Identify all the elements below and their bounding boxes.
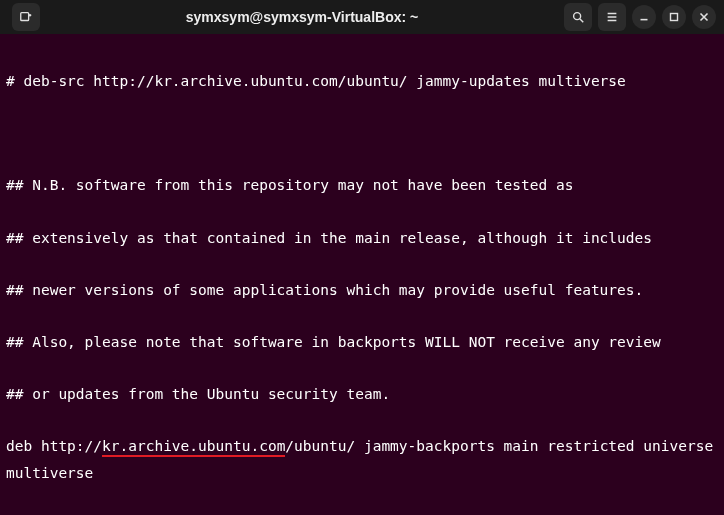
underlined-host: kr.archive.ubuntu.com — [102, 438, 285, 457]
maximize-button[interactable] — [662, 5, 686, 29]
terminal-line: ## or updates from the Ubuntu security t… — [6, 381, 718, 407]
window-title: symxsym@symxsym-VirtualBox: ~ — [40, 9, 564, 25]
terminal-line: ## N.B. software from this repository ma… — [6, 172, 718, 198]
line-seg: deb http:// — [6, 438, 102, 454]
terminal-line: # deb-src http://kr.archive.ubuntu.com/u… — [6, 68, 718, 94]
terminal-content[interactable]: # deb-src http://kr.archive.ubuntu.com/u… — [0, 34, 724, 515]
terminal-line: ## extensively as that contained in the … — [6, 225, 718, 251]
svg-rect-0 — [21, 13, 29, 21]
close-button[interactable] — [692, 5, 716, 29]
titlebar-left-group — [4, 3, 40, 31]
terminal-blank-line — [6, 120, 718, 146]
menu-button[interactable] — [598, 3, 626, 31]
svg-point-1 — [574, 13, 581, 20]
new-tab-button[interactable] — [12, 3, 40, 31]
minimize-button[interactable] — [632, 5, 656, 29]
svg-rect-2 — [671, 14, 678, 21]
titlebar-right-group — [564, 3, 720, 31]
search-button[interactable] — [564, 3, 592, 31]
terminal-line: ## newer versions of some applications w… — [6, 277, 718, 303]
terminal-line: deb http://kr.archive.ubuntu.com/ubuntu/… — [6, 433, 718, 485]
terminal-line: ## Also, please note that software in ba… — [6, 329, 718, 355]
window-titlebar: symxsym@symxsym-VirtualBox: ~ — [0, 0, 724, 34]
